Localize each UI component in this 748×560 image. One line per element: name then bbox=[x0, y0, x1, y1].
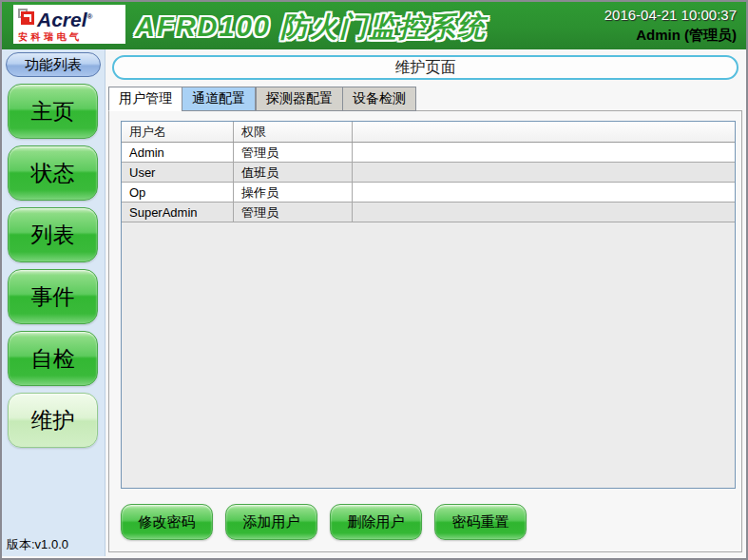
column-header-role: 权限 bbox=[234, 122, 353, 142]
sidebar-item-maintenance[interactable]: 维护 bbox=[8, 393, 98, 448]
app-window: Acrel® 安科瑞电气 AFRD100 防火门监控系统 2016-04-21 … bbox=[0, 0, 748, 560]
version-label: 版本:v1.0.0 bbox=[7, 536, 68, 553]
tab-content-panel: 用户名 权限 Admin 管理员 User 值班员 bbox=[108, 110, 742, 552]
change-password-button[interactable]: 修改密码 bbox=[121, 504, 213, 540]
trademark-symbol: ® bbox=[87, 12, 93, 21]
tab-channel-config[interactable]: 通道配置 bbox=[182, 87, 256, 111]
sidebar-header-function-list: 功能列表 bbox=[6, 52, 101, 77]
cell-role: 值班员 bbox=[234, 163, 353, 182]
table-row[interactable]: Op 操作员 bbox=[122, 183, 735, 203]
header-bar: Acrel® 安科瑞电气 AFRD100 防火门监控系统 2016-04-21 … bbox=[2, 2, 746, 49]
action-button-row: 修改密码 添加用户 删除用户 密码重置 bbox=[121, 504, 527, 540]
sidebar-item-home[interactable]: 主页 bbox=[8, 84, 98, 139]
cell-role: 操作员 bbox=[234, 183, 353, 202]
brand-name: Acrel® bbox=[37, 7, 92, 29]
tab-user-management[interactable]: 用户管理 bbox=[108, 87, 182, 111]
sidebar-item-events[interactable]: 事件 bbox=[8, 269, 98, 324]
reset-password-button[interactable]: 密码重置 bbox=[434, 504, 527, 540]
tab-detector-config[interactable]: 探测器配置 bbox=[256, 87, 342, 111]
acrel-logo-icon bbox=[18, 9, 34, 25]
table-row[interactable]: Admin 管理员 bbox=[122, 143, 735, 163]
table-row[interactable]: User 值班员 bbox=[122, 163, 735, 183]
cell-role: 管理员 bbox=[234, 203, 353, 222]
tab-bar: 用户管理 通道配置 探测器配置 设备检测 bbox=[108, 87, 742, 111]
user-table: 用户名 权限 Admin 管理员 User 值班员 bbox=[121, 121, 736, 489]
table-header-row: 用户名 权限 bbox=[122, 122, 735, 143]
sidebar-item-selfcheck[interactable]: 自检 bbox=[8, 331, 98, 386]
cell-role: 管理员 bbox=[234, 143, 353, 162]
brand-chinese-name: 安科瑞电气 bbox=[18, 30, 122, 44]
table-row[interactable]: SuperAdmin 管理员 bbox=[122, 203, 735, 222]
datetime-display: 2016-04-21 10:00:37 bbox=[604, 6, 737, 25]
cell-username: Admin bbox=[122, 143, 234, 162]
delete-user-button[interactable]: 删除用户 bbox=[330, 504, 422, 540]
sidebar: 功能列表 主页 状态 列表 事件 自检 维护 版本:v1.0.0 bbox=[2, 49, 105, 556]
tab-device-detection[interactable]: 设备检测 bbox=[342, 87, 416, 111]
acrel-logo: Acrel® 安科瑞电气 bbox=[13, 5, 125, 44]
app-title: AFRD100 防火门监控系统 bbox=[135, 9, 487, 47]
main-area: 维护页面 用户管理 通道配置 探测器配置 设备检测 用户名 权限 Admin 管… bbox=[105, 49, 746, 556]
logged-in-user: Admin (管理员) bbox=[604, 25, 737, 45]
cell-username: SuperAdmin bbox=[122, 203, 234, 222]
add-user-button[interactable]: 添加用户 bbox=[225, 504, 317, 540]
column-header-username: 用户名 bbox=[122, 122, 234, 142]
page-title: 维护页面 bbox=[112, 55, 738, 80]
sidebar-item-list[interactable]: 列表 bbox=[8, 207, 98, 262]
column-header-empty bbox=[353, 122, 735, 142]
sidebar-item-status[interactable]: 状态 bbox=[8, 145, 98, 201]
cell-username: Op bbox=[122, 183, 234, 202]
cell-username: User bbox=[122, 163, 234, 182]
